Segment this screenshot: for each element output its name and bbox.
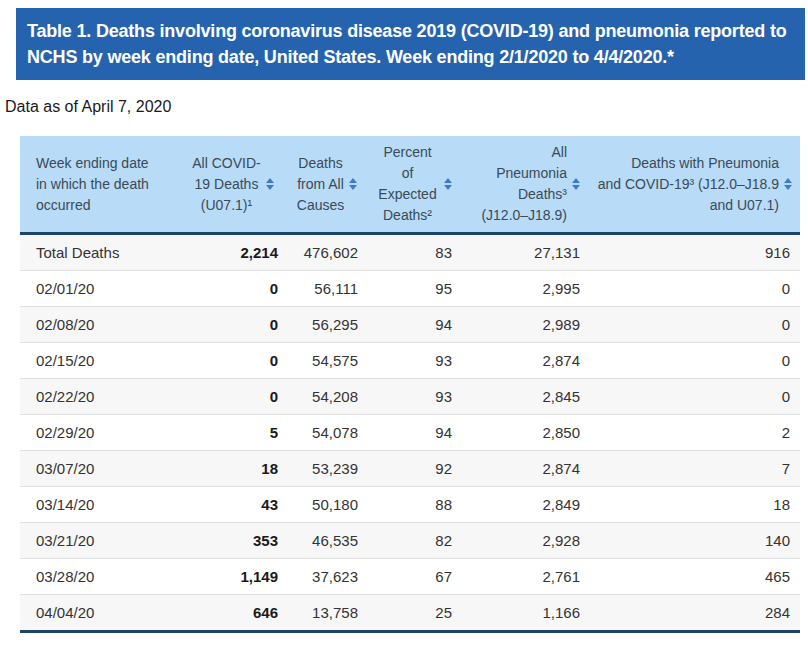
cell-pneumonia-deaths: 2,874 <box>460 343 588 379</box>
cell-all-causes-deaths: 46,535 <box>286 523 368 559</box>
data-as-of-text: Data as of April 7, 2020 <box>5 98 808 116</box>
cell-covid19-deaths: 2,214 <box>180 234 286 271</box>
sort-icon[interactable] <box>784 178 792 190</box>
table-row: 02/01/20 0 56,111 95 2,995 0 <box>20 271 800 307</box>
cell-pneumonia-deaths: 2,989 <box>460 307 588 343</box>
table-header: Week ending date in which the death occu… <box>20 136 800 234</box>
cell-percent-expected: 82 <box>368 523 460 559</box>
cell-covid19-deaths: 0 <box>180 307 286 343</box>
column-header-pneumonia-covid-deaths[interactable]: Deaths with Pneumonia and COVID-19³ (J12… <box>588 136 800 234</box>
table-row: 03/28/20 1,149 37,623 67 2,761 465 <box>20 559 800 595</box>
column-header-label: Week ending date in which the death occu… <box>36 153 149 216</box>
cell-all-causes-deaths: 54,575 <box>286 343 368 379</box>
sort-icon[interactable] <box>572 178 580 190</box>
column-header-pneumonia-deaths[interactable]: All Pneumonia Deaths³ (J12.0–J18.9) <box>460 136 588 234</box>
cell-pneumonia-covid-deaths: 0 <box>588 343 800 379</box>
cell-percent-expected: 83 <box>368 234 460 271</box>
column-header-week-ending: Week ending date in which the death occu… <box>20 136 180 234</box>
cell-all-causes-deaths: 56,295 <box>286 307 368 343</box>
cell-week-ending: 02/22/20 <box>20 379 180 415</box>
cell-pneumonia-deaths: 2,850 <box>460 415 588 451</box>
title-banner: Table 1. Deaths involving coronavirus di… <box>16 8 805 80</box>
cell-all-causes-deaths: 54,208 <box>286 379 368 415</box>
table-row: 02/22/20 0 54,208 93 2,845 0 <box>20 379 800 415</box>
cell-pneumonia-covid-deaths: 2 <box>588 415 800 451</box>
cell-pneumonia-deaths: 2,845 <box>460 379 588 415</box>
cell-all-causes-deaths: 50,180 <box>286 487 368 523</box>
column-header-label: Deaths from All Causes <box>297 153 344 216</box>
cell-week-ending: 03/14/20 <box>20 487 180 523</box>
cell-week-ending: 02/01/20 <box>20 271 180 307</box>
cell-percent-expected: 88 <box>368 487 460 523</box>
cell-week-ending: 04/04/20 <box>20 595 180 632</box>
cell-all-causes-deaths: 56,111 <box>286 271 368 307</box>
table-row: 03/21/20 353 46,535 82 2,928 140 <box>20 523 800 559</box>
cell-covid19-deaths: 5 <box>180 415 286 451</box>
cell-pneumonia-deaths: 2,995 <box>460 271 588 307</box>
cell-all-causes-deaths: 13,758 <box>286 595 368 632</box>
cell-covid19-deaths: 18 <box>180 451 286 487</box>
cell-covid19-deaths: 43 <box>180 487 286 523</box>
cell-percent-expected: 92 <box>368 451 460 487</box>
cell-pneumonia-covid-deaths: 916 <box>588 234 800 271</box>
cell-pneumonia-covid-deaths: 7 <box>588 451 800 487</box>
column-header-label: All COVID- 19 Deaths (U07.1)¹ <box>192 153 260 216</box>
column-header-label: Percent of Expected Deaths² <box>376 142 439 226</box>
cell-percent-expected: 93 <box>368 379 460 415</box>
cell-covid19-deaths: 0 <box>180 271 286 307</box>
table-row: 03/07/20 18 53,239 92 2,874 7 <box>20 451 800 487</box>
sort-icon[interactable] <box>444 178 452 190</box>
cell-pneumonia-deaths: 2,761 <box>460 559 588 595</box>
column-header-percent-expected[interactable]: Percent of Expected Deaths² <box>368 136 460 234</box>
table-body: Total Deaths 2,214 476,602 83 27,131 916… <box>20 234 800 632</box>
table-row: 03/14/20 43 50,180 88 2,849 18 <box>20 487 800 523</box>
table-row: 02/15/20 0 54,575 93 2,874 0 <box>20 343 800 379</box>
cell-week-ending: 03/07/20 <box>20 451 180 487</box>
cell-pneumonia-deaths: 2,849 <box>460 487 588 523</box>
cell-pneumonia-covid-deaths: 284 <box>588 595 800 632</box>
cell-week-ending: 02/08/20 <box>20 307 180 343</box>
cell-pneumonia-covid-deaths: 465 <box>588 559 800 595</box>
cell-covid19-deaths: 0 <box>180 379 286 415</box>
cell-pneumonia-deaths: 27,131 <box>460 234 588 271</box>
cell-pneumonia-covid-deaths: 0 <box>588 307 800 343</box>
sort-icon[interactable] <box>266 178 274 190</box>
cell-all-causes-deaths: 53,239 <box>286 451 368 487</box>
deaths-table: Week ending date in which the death occu… <box>20 136 800 633</box>
cell-percent-expected: 94 <box>368 307 460 343</box>
cell-all-causes-deaths: 476,602 <box>286 234 368 271</box>
cell-covid19-deaths: 1,149 <box>180 559 286 595</box>
cell-week-ending: 03/28/20 <box>20 559 180 595</box>
cell-covid19-deaths: 0 <box>180 343 286 379</box>
cell-percent-expected: 25 <box>368 595 460 632</box>
table-row: 02/08/20 0 56,295 94 2,989 0 <box>20 307 800 343</box>
table-row: 04/04/20 646 13,758 25 1,166 284 <box>20 595 800 632</box>
table-row: 02/29/20 5 54,078 94 2,850 2 <box>20 415 800 451</box>
cell-week-ending: Total Deaths <box>20 234 180 271</box>
cell-week-ending: 02/15/20 <box>20 343 180 379</box>
column-header-covid19-deaths[interactable]: All COVID- 19 Deaths (U07.1)¹ <box>180 136 286 234</box>
cell-percent-expected: 93 <box>368 343 460 379</box>
cell-pneumonia-deaths: 2,874 <box>460 451 588 487</box>
cell-all-causes-deaths: 54,078 <box>286 415 368 451</box>
table-title: Table 1. Deaths involving coronavirus di… <box>27 21 786 67</box>
cell-week-ending: 03/21/20 <box>20 523 180 559</box>
cell-pneumonia-covid-deaths: 140 <box>588 523 800 559</box>
table-row-total: Total Deaths 2,214 476,602 83 27,131 916 <box>20 234 800 271</box>
cell-week-ending: 02/29/20 <box>20 415 180 451</box>
column-header-label: All Pneumonia Deaths³ (J12.0–J18.9) <box>481 142 567 226</box>
cell-percent-expected: 94 <box>368 415 460 451</box>
header-row: Week ending date in which the death occu… <box>20 136 800 234</box>
cell-covid19-deaths: 353 <box>180 523 286 559</box>
sort-icon[interactable] <box>349 178 357 190</box>
cell-pneumonia-covid-deaths: 0 <box>588 271 800 307</box>
cell-pneumonia-deaths: 1,166 <box>460 595 588 632</box>
cell-pneumonia-covid-deaths: 0 <box>588 379 800 415</box>
cell-percent-expected: 95 <box>368 271 460 307</box>
cell-percent-expected: 67 <box>368 559 460 595</box>
column-header-all-causes-deaths[interactable]: Deaths from All Causes <box>286 136 368 234</box>
cell-covid19-deaths: 646 <box>180 595 286 632</box>
page: Table 1. Deaths involving coronavirus di… <box>0 8 808 633</box>
cell-all-causes-deaths: 37,623 <box>286 559 368 595</box>
cell-pneumonia-deaths: 2,928 <box>460 523 588 559</box>
